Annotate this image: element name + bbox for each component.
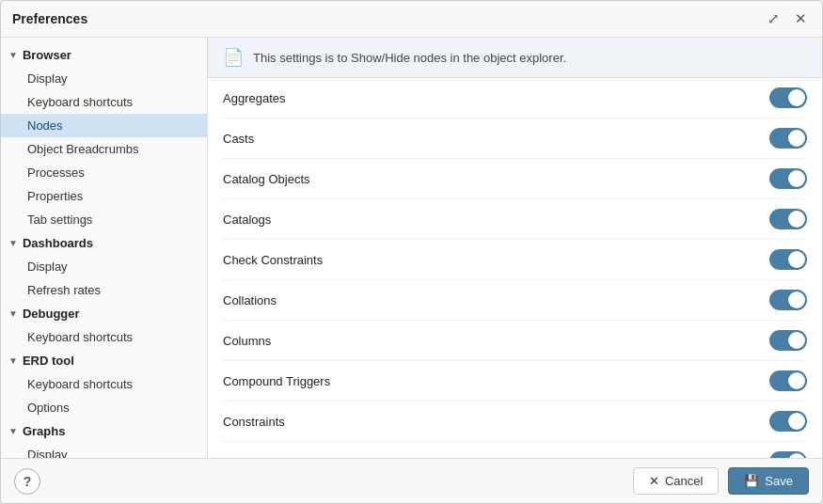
sidebar-group-dashboards: ▼DashboardsDisplayRefresh rates bbox=[1, 231, 207, 302]
sidebar-item-browser-breadcrumbs[interactable]: Object Breadcrumbs bbox=[1, 137, 207, 161]
toggle-catalog-objects[interactable] bbox=[769, 168, 807, 189]
save-button[interactable]: 💾 Save bbox=[728, 467, 809, 495]
sidebar-group-header-erd[interactable]: ▼ERD tool bbox=[1, 349, 207, 372]
toggle-track-databases[interactable] bbox=[769, 451, 807, 458]
sidebar-item-browser-tab[interactable]: Tab settings bbox=[1, 208, 207, 231]
sidebar-item-erd-options[interactable]: Options bbox=[1, 396, 207, 419]
info-icon: 📄 bbox=[223, 47, 244, 68]
toggle-track-compound-triggers[interactable] bbox=[769, 370, 807, 391]
sidebar-group-label: Graphs bbox=[23, 424, 66, 438]
dialog-header: Preferences ⤢ ✕ bbox=[1, 1, 822, 38]
setting-label-compound-triggers: Compound Triggers bbox=[223, 374, 330, 388]
setting-label-constraints: Constraints bbox=[223, 415, 285, 429]
toggle-aggregates[interactable] bbox=[769, 87, 807, 108]
setting-label-catalog-objects: Catalog Objects bbox=[223, 172, 310, 186]
toggle-track-constraints[interactable] bbox=[769, 411, 807, 432]
toggle-constraints[interactable] bbox=[769, 411, 807, 432]
setting-row-check-constraints: Check Constraints bbox=[223, 240, 807, 280]
cancel-label: Cancel bbox=[665, 474, 703, 488]
setting-label-columns: Columns bbox=[223, 334, 271, 348]
info-banner: 📄 This settings is to Show/Hide nodes in… bbox=[208, 38, 822, 78]
toggle-track-aggregates[interactable] bbox=[769, 87, 807, 108]
dialog-footer: ? ✕ Cancel 💾 Save bbox=[1, 458, 822, 503]
toggle-thumb-casts bbox=[788, 130, 805, 147]
toggle-track-collations[interactable] bbox=[769, 290, 807, 310]
sidebar-group-browser: ▼BrowserDisplayKeyboard shortcutsNodesOb… bbox=[1, 43, 207, 231]
toggle-track-catalogs[interactable] bbox=[769, 209, 807, 229]
toggle-thumb-catalog-objects bbox=[788, 170, 805, 187]
sidebar-item-graphs-display[interactable]: Display bbox=[1, 443, 207, 458]
toggle-columns[interactable] bbox=[769, 330, 807, 351]
sidebar-item-browser-keyboard[interactable]: Keyboard shortcuts bbox=[1, 90, 207, 114]
toggle-thumb-compound-triggers bbox=[788, 372, 805, 389]
sidebar-group-header-dashboards[interactable]: ▼Dashboards bbox=[1, 231, 207, 255]
setting-label-collations: Collations bbox=[223, 293, 277, 307]
setting-label-catalogs: Catalogs bbox=[223, 213, 271, 227]
setting-row-collations: Collations bbox=[223, 280, 807, 321]
cancel-button[interactable]: ✕ Cancel bbox=[633, 467, 719, 495]
dialog-title: Preferences bbox=[12, 11, 87, 26]
expand-button[interactable]: ⤢ bbox=[764, 8, 783, 29]
chevron-icon: ▼ bbox=[8, 355, 18, 366]
setting-row-casts: Casts bbox=[223, 118, 807, 159]
help-button[interactable]: ? bbox=[14, 468, 40, 495]
setting-row-columns: Columns bbox=[223, 321, 807, 361]
toggle-thumb-collations bbox=[788, 291, 805, 308]
sidebar-group-label: Browser bbox=[23, 48, 71, 62]
toggle-thumb-catalogs bbox=[788, 211, 805, 228]
toggle-databases[interactable] bbox=[769, 451, 807, 458]
sidebar-item-dash-refresh[interactable]: Refresh rates bbox=[1, 278, 207, 302]
setting-row-databases: Databases bbox=[223, 442, 807, 458]
chevron-icon: ▼ bbox=[8, 238, 18, 248]
info-banner-text: This settings is to Show/Hide nodes in t… bbox=[253, 51, 566, 65]
sidebar-group-label: ERD tool bbox=[23, 354, 74, 368]
toggle-compound-triggers[interactable] bbox=[769, 370, 807, 391]
save-label: Save bbox=[765, 474, 793, 488]
setting-label-casts: Casts bbox=[223, 132, 254, 146]
sidebar-item-erd-keyboard[interactable]: Keyboard shortcuts bbox=[1, 372, 207, 396]
setting-row-aggregates: Aggregates bbox=[223, 78, 807, 118]
sidebar: ▼BrowserDisplayKeyboard shortcutsNodesOb… bbox=[1, 38, 208, 458]
footer-right: ✕ Cancel 💾 Save bbox=[633, 467, 809, 495]
setting-row-compound-triggers: Compound Triggers bbox=[223, 361, 807, 402]
toggle-thumb-databases bbox=[788, 453, 805, 458]
sidebar-item-debug-keyboard[interactable]: Keyboard shortcuts bbox=[1, 325, 207, 349]
toggle-track-catalog-objects[interactable] bbox=[769, 168, 807, 189]
preferences-dialog: Preferences ⤢ ✕ ▼BrowserDisplayKeyboard … bbox=[0, 0, 823, 504]
sidebar-item-browser-properties[interactable]: Properties bbox=[1, 184, 207, 208]
main-content: 📄 This settings is to Show/Hide nodes in… bbox=[208, 38, 822, 458]
toggle-catalogs[interactable] bbox=[769, 209, 807, 229]
chevron-icon: ▼ bbox=[8, 308, 18, 319]
toggle-thumb-columns bbox=[788, 332, 805, 349]
toggle-thumb-aggregates bbox=[788, 89, 805, 106]
sidebar-item-browser-display[interactable]: Display bbox=[1, 67, 207, 90]
sidebar-group-header-browser[interactable]: ▼Browser bbox=[1, 43, 207, 67]
sidebar-group-header-graphs[interactable]: ▼Graphs bbox=[1, 419, 207, 443]
sidebar-group-header-debugger[interactable]: ▼Debugger bbox=[1, 302, 207, 325]
close-button[interactable]: ✕ bbox=[791, 8, 811, 29]
toggle-thumb-constraints bbox=[788, 413, 805, 430]
sidebar-item-browser-processes[interactable]: Processes bbox=[1, 161, 207, 184]
toggle-track-check-constraints[interactable] bbox=[769, 249, 807, 270]
setting-row-constraints: Constraints bbox=[223, 402, 807, 442]
settings-list: AggregatesCastsCatalog ObjectsCatalogsCh… bbox=[208, 78, 822, 458]
setting-row-catalogs: Catalogs bbox=[223, 199, 807, 240]
toggle-check-constraints[interactable] bbox=[769, 249, 807, 270]
toggle-track-columns[interactable] bbox=[769, 330, 807, 351]
toggle-collations[interactable] bbox=[769, 290, 807, 310]
sidebar-group-label: Dashboards bbox=[23, 236, 93, 250]
toggle-track-casts[interactable] bbox=[769, 128, 807, 149]
header-icons: ⤢ ✕ bbox=[764, 8, 811, 29]
toggle-casts[interactable] bbox=[769, 128, 807, 149]
save-icon: 💾 bbox=[744, 474, 759, 488]
sidebar-item-browser-nodes[interactable]: Nodes bbox=[1, 114, 207, 137]
setting-label-check-constraints: Check Constraints bbox=[223, 253, 323, 267]
dialog-body: ▼BrowserDisplayKeyboard shortcutsNodesOb… bbox=[1, 38, 822, 458]
sidebar-item-dash-display[interactable]: Display bbox=[1, 255, 207, 278]
cancel-icon: ✕ bbox=[649, 474, 659, 488]
footer-left: ? bbox=[14, 468, 40, 495]
sidebar-group-erd: ▼ERD toolKeyboard shortcutsOptions bbox=[1, 349, 207, 419]
sidebar-group-label: Debugger bbox=[23, 307, 80, 321]
chevron-icon: ▼ bbox=[8, 426, 18, 436]
setting-label-aggregates: Aggregates bbox=[223, 91, 286, 105]
